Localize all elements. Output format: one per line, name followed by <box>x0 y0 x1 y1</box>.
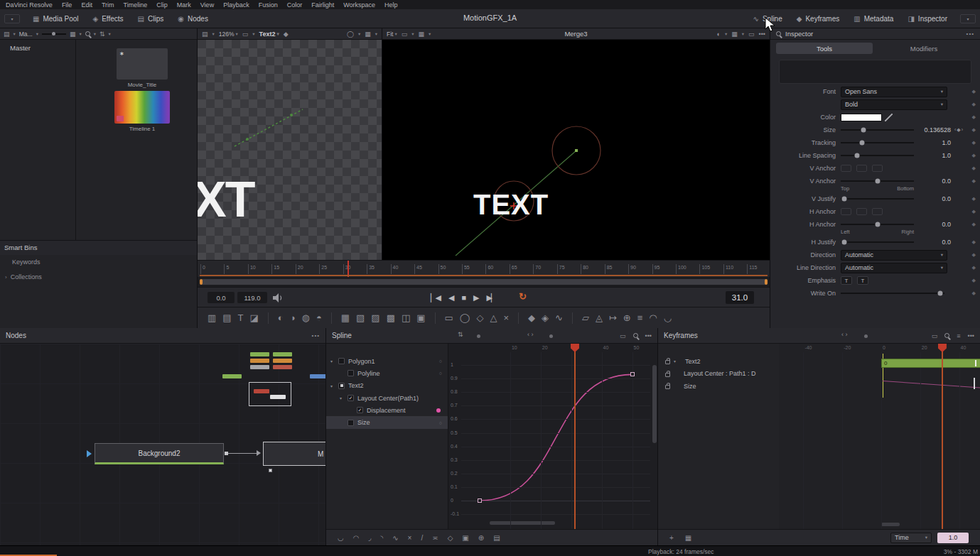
fusion-tool-icon[interactable]: ▭ <box>445 312 453 323</box>
keyframes-playhead[interactable] <box>942 344 943 529</box>
nav-arrows-icon[interactable]: ‹ › <box>841 331 848 338</box>
anchor-option-button[interactable] <box>841 165 851 172</box>
split-view-icon[interactable]: ▭ <box>242 31 249 38</box>
zoom-level-dropdown[interactable]: 126%▾ <box>219 31 238 38</box>
spline-tool-icon[interactable]: / <box>421 534 423 542</box>
keyframe-diamond-icon[interactable]: ◆ <box>972 196 976 202</box>
current-frame-field[interactable]: 31.0 <box>726 291 754 304</box>
anchor-option-button[interactable] <box>872 208 883 215</box>
gamma-icon[interactable]: ◐ <box>717 31 721 38</box>
layout-icon[interactable]: ▤ <box>202 31 208 38</box>
time-value-field[interactable]: 1.0 <box>937 533 969 543</box>
anchor-option-button[interactable] <box>856 208 867 215</box>
font-dropdown[interactable]: Open Sans▾ <box>841 87 947 97</box>
options-icon[interactable]: ••• <box>312 332 320 339</box>
spline-tree-item-polygon1[interactable]: ▾Polygon1○ <box>326 355 448 367</box>
keyframe-point[interactable] <box>478 498 482 503</box>
node-merge[interactable]: M <box>263 442 325 466</box>
zoom-icon[interactable] <box>944 333 949 338</box>
fusion-tool-icon[interactable]: △ <box>490 312 497 323</box>
viewed-node-dropdown[interactable]: Text2▾ <box>259 31 279 38</box>
spline-tool-icon[interactable]: ▤ <box>493 534 500 542</box>
v-justify-slider[interactable] <box>841 198 914 200</box>
anchor-option-button[interactable] <box>841 208 851 215</box>
page-button-effects[interactable]: ◈Effects <box>85 9 130 28</box>
chevron-down-icon[interactable]: ▾ <box>212 31 215 37</box>
keyframe-diamond-icon[interactable]: ◆ <box>972 278 976 283</box>
value-field[interactable]: 0.136528 <box>917 126 951 133</box>
value-field[interactable]: 1.0 <box>917 152 951 159</box>
fusion-tool-icon[interactable]: ◓ <box>316 312 322 323</box>
checkbox[interactable]: ✓ <box>348 395 354 401</box>
node-background2[interactable]: Background2 <box>95 443 224 464</box>
frame-icon[interactable]: ▭ <box>620 332 626 339</box>
horizontal-scrollbar[interactable] <box>490 521 555 525</box>
go-to-start-button[interactable]: ▏◀ <box>431 293 440 302</box>
fusion-tool-icon[interactable]: ◫ <box>402 312 410 323</box>
line-spacing-slider[interactable] <box>841 155 914 156</box>
value-field[interactable]: 0.0 <box>917 221 951 228</box>
range-start-field[interactable]: 0.0 <box>208 292 235 303</box>
spline-tool-icon[interactable]: ▣ <box>462 534 468 542</box>
menu-timeline[interactable]: Timeline <box>124 1 148 9</box>
line-direction-dropdown[interactable]: Automatic▾ <box>841 263 947 273</box>
keyframes-timeline[interactable]: -40-20020400 <box>779 344 980 529</box>
play-reverse-button[interactable]: ◀ <box>448 293 453 302</box>
time-mode-dropdown[interactable]: Time▾ <box>890 533 932 543</box>
value-field[interactable]: 0.0 <box>917 195 951 202</box>
page-button-nodes[interactable]: ◉Nodes <box>171 9 215 28</box>
sort-icon[interactable]: ⇅ <box>99 31 105 38</box>
direction-dropdown[interactable]: Automatic▾ <box>841 250 947 261</box>
spline-tool-icon[interactable]: ◇ <box>448 534 453 542</box>
menu-icon[interactable]: ≡ <box>957 332 960 339</box>
value-field[interactable]: 0.0 <box>917 178 951 185</box>
fusion-tool-icon[interactable]: ↦ <box>609 312 617 323</box>
chevron-down-icon[interactable]: ▾ <box>742 31 744 37</box>
menu-fairlight[interactable]: Fairlight <box>311 1 334 9</box>
fusion-tool-icon[interactable]: ◬ <box>596 312 603 323</box>
spline-tool-icon[interactable]: ◝ <box>380 534 383 542</box>
keyframe-diamond-icon[interactable]: ◆ <box>972 153 976 158</box>
page-button-metadata[interactable]: ▥Metadata <box>846 9 900 28</box>
fusion-tool-icon[interactable]: ≡ <box>637 312 643 323</box>
keyframe-track-size[interactable]: Size <box>658 380 779 393</box>
checkbox[interactable] <box>348 420 354 426</box>
split-view-icon[interactable]: ▭ <box>402 31 408 38</box>
keyframe-track-bar[interactable]: 0 <box>881 359 980 368</box>
page-button-keyframes[interactable]: ◆Keyframes <box>790 9 847 28</box>
tracking-slider[interactable] <box>841 142 914 143</box>
spline-tool-icon[interactable]: ◡ <box>338 534 344 542</box>
keyframe-track-text2[interactable]: ▾Text2 <box>658 355 779 368</box>
emphasis-button[interactable]: T <box>857 276 868 285</box>
audio-mute-icon[interactable] <box>273 293 284 302</box>
zoom-icon[interactable] <box>633 333 638 338</box>
keyframe-point[interactable] <box>630 372 635 376</box>
slider-knob[interactable] <box>842 240 847 245</box>
fusion-tool-icon[interactable]: ▱ <box>582 312 589 323</box>
write-on-slider[interactable] <box>841 293 944 294</box>
spline-tool-icon[interactable]: ◞ <box>368 534 371 542</box>
node-input-socket[interactable] <box>87 450 92 457</box>
spline-tree-item-displacement[interactable]: ✓Displacement <box>326 404 448 416</box>
menu-davinci-resolve[interactable]: DaVinci Resolve <box>6 1 53 9</box>
options-icon[interactable]: ••• <box>966 31 974 37</box>
spline-tree-item-polyline[interactable]: Polyline○ <box>326 367 448 379</box>
color-display-icon[interactable]: ◯ <box>347 31 354 38</box>
menu-view[interactable]: View <box>200 1 214 9</box>
keyframe-diamond-icon[interactable]: ◆ <box>972 239 976 245</box>
node-handle[interactable] <box>269 469 272 472</box>
spline-graph[interactable]: 10.90.80.70.60.50.40.30.20.10-0.11020304… <box>448 344 657 529</box>
fusion-tool-icon[interactable]: T <box>238 312 244 323</box>
slider-knob[interactable] <box>938 291 943 296</box>
go-to-end-button[interactable]: ▶▏ <box>487 293 496 302</box>
collapse-left-button[interactable]: ▾ <box>4 14 20 23</box>
eyedropper-icon[interactable] <box>885 114 893 121</box>
page-button-clips[interactable]: ▤Clips <box>131 9 171 28</box>
spline-playhead[interactable] <box>574 344 576 529</box>
clip-movie-title[interactable]: ∗ Movie_Title <box>101 48 183 88</box>
keyframe-nav-icon[interactable]: ‹◆› <box>954 127 964 133</box>
grid-view-icon[interactable]: ▦ <box>70 31 76 38</box>
track-end-handle[interactable] <box>975 360 976 366</box>
node-graph[interactable]: Background2 M <box>0 344 325 545</box>
slider-knob[interactable] <box>875 222 880 227</box>
